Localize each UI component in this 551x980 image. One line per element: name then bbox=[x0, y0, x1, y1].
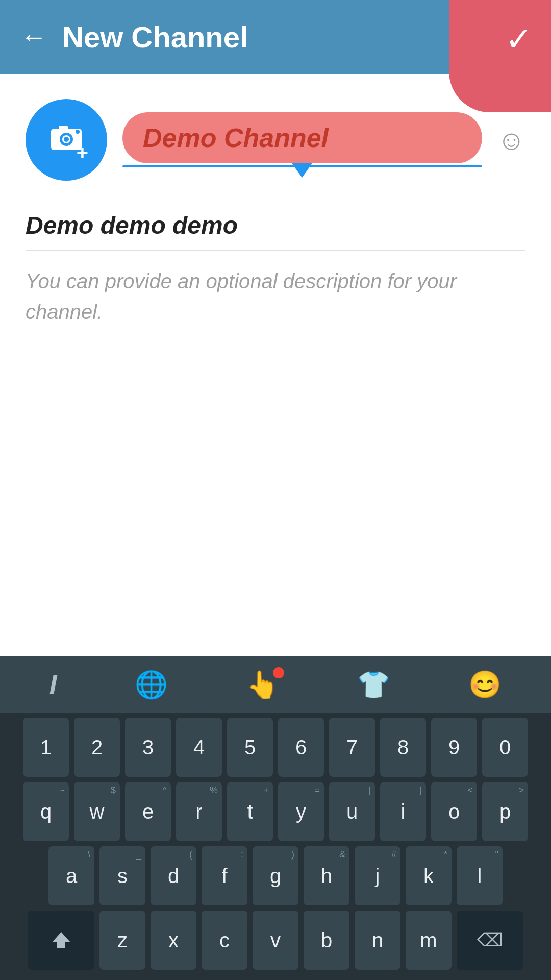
key-l[interactable]: "l bbox=[457, 846, 503, 905]
key-0[interactable]: 0 bbox=[482, 718, 528, 777]
avatar-button[interactable]: + bbox=[26, 99, 107, 181]
key-7[interactable]: 7 bbox=[329, 718, 375, 777]
key-y[interactable]: =y bbox=[278, 782, 324, 841]
key-b[interactable]: b bbox=[304, 911, 349, 970]
key-m[interactable]: m bbox=[406, 911, 452, 970]
key-t[interactable]: +t bbox=[227, 782, 273, 841]
key-f[interactable]: :f bbox=[202, 846, 247, 905]
channel-name-row: + ☺ bbox=[26, 99, 525, 181]
plus-icon: + bbox=[77, 142, 88, 163]
key-h[interactable]: &h bbox=[304, 846, 349, 905]
key-g[interactable]: )g bbox=[253, 846, 298, 905]
qwerty-row: ~q $w ^e %r +t =y [u ]i <o >p bbox=[5, 782, 546, 841]
text-format-icon[interactable]: I bbox=[49, 669, 57, 700]
description-input[interactable] bbox=[26, 211, 525, 239]
key-p[interactable]: >p bbox=[482, 782, 528, 841]
channel-name-input[interactable] bbox=[122, 112, 482, 163]
key-r[interactable]: %r bbox=[176, 782, 222, 841]
key-i[interactable]: ]i bbox=[380, 782, 426, 841]
back-button[interactable]: ← bbox=[20, 23, 47, 50]
keyboard-emoji-icon[interactable]: 😊 bbox=[468, 669, 502, 700]
svg-point-5 bbox=[76, 130, 80, 134]
virtual-keyboard: I 🌐 👆 👕 😊 1 2 3 4 5 6 7 8 9 0 ~q $w ^e %… bbox=[0, 656, 551, 980]
svg-rect-4 bbox=[59, 126, 68, 131]
description-divider bbox=[26, 250, 525, 251]
key-c[interactable]: c bbox=[202, 911, 247, 970]
key-e[interactable]: ^e bbox=[125, 782, 171, 841]
asdf-row: \a _s (d :f )g &h #j *k "l bbox=[5, 846, 546, 905]
key-3[interactable]: 3 bbox=[125, 718, 171, 777]
key-9[interactable]: 9 bbox=[431, 718, 477, 777]
key-6[interactable]: 6 bbox=[278, 718, 324, 777]
keyboard-toolbar: I 🌐 👆 👕 😊 bbox=[0, 656, 551, 713]
content-area: + ☺ You can provide an optional descript… bbox=[0, 74, 551, 327]
key-d[interactable]: (d bbox=[151, 846, 196, 905]
key-s[interactable]: _s bbox=[99, 846, 145, 905]
shirt-icon[interactable]: 👕 bbox=[357, 669, 390, 700]
confirm-button[interactable]: ✓ bbox=[449, 0, 551, 112]
voice-record-icon[interactable]: 👆 bbox=[246, 669, 279, 700]
key-o[interactable]: <o bbox=[431, 782, 477, 841]
key-a[interactable]: \a bbox=[48, 846, 94, 905]
delete-key[interactable]: ⌫ bbox=[457, 911, 523, 970]
key-u[interactable]: [u bbox=[329, 782, 375, 841]
key-w[interactable]: $w bbox=[74, 782, 120, 841]
key-q[interactable]: ~q bbox=[23, 782, 69, 841]
checkmark-icon: ✓ bbox=[505, 20, 533, 58]
key-j[interactable]: #j bbox=[355, 846, 400, 905]
cursor-caret bbox=[292, 163, 312, 178]
key-rows: 1 2 3 4 5 6 7 8 9 0 ~q $w ^e %r +t =y [u… bbox=[0, 713, 551, 980]
emoji-button[interactable]: ☺ bbox=[497, 124, 525, 156]
svg-point-3 bbox=[64, 137, 69, 142]
description-placeholder: You can provide an optional description … bbox=[26, 266, 525, 327]
key-4[interactable]: 4 bbox=[176, 718, 222, 777]
shift-key[interactable] bbox=[28, 911, 94, 970]
number-row: 1 2 3 4 5 6 7 8 9 0 bbox=[5, 718, 546, 777]
key-v[interactable]: v bbox=[253, 911, 298, 970]
record-dot bbox=[273, 667, 284, 678]
description-section: You can provide an optional description … bbox=[26, 211, 525, 327]
key-8[interactable]: 8 bbox=[380, 718, 426, 777]
key-1[interactable]: 1 bbox=[23, 718, 69, 777]
key-5[interactable]: 5 bbox=[227, 718, 273, 777]
app-header: ← New Channel ✓ bbox=[0, 0, 551, 74]
key-n[interactable]: n bbox=[355, 911, 400, 970]
key-k[interactable]: *k bbox=[406, 846, 452, 905]
key-z[interactable]: z bbox=[99, 911, 145, 970]
key-x[interactable]: x bbox=[151, 911, 196, 970]
key-2[interactable]: 2 bbox=[74, 718, 120, 777]
channel-name-field bbox=[122, 112, 482, 167]
globe-icon[interactable]: 🌐 bbox=[135, 669, 168, 700]
svg-marker-6 bbox=[52, 932, 70, 948]
zxcv-row: z x c v b n m ⌫ bbox=[5, 911, 546, 970]
